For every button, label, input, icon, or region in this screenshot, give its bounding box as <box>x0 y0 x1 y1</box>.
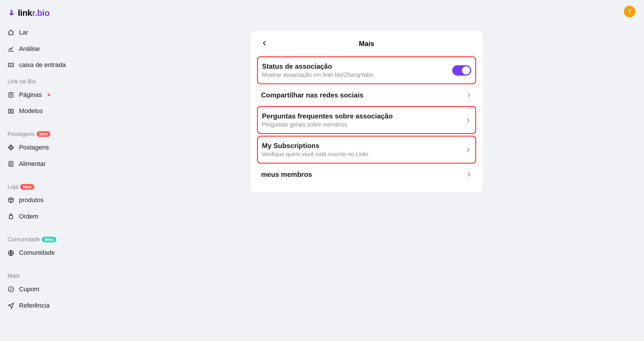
svg-point-2 <box>10 65 10 65</box>
posts-icon <box>7 144 14 151</box>
row-title: meus membros <box>261 170 466 179</box>
badge-beta: Beta <box>42 237 56 242</box>
section-loja-label: Loja <box>7 183 18 190</box>
row-subtitle: Perguntas gerais sobre membros. <box>262 121 465 128</box>
section-linknabio: Link na Bio <box>3 74 86 87</box>
nav-templates[interactable]: Modelos <box>3 103 86 119</box>
settings-card: Mais Status de associação Mostrar associ… <box>251 31 482 192</box>
notification-dot <box>48 94 50 96</box>
row-title: Compartilhar nas redes sociais <box>261 91 466 99</box>
nav-feed-label: Alimentar <box>19 160 46 168</box>
logo-icon <box>7 9 16 17</box>
nav-home-label: Lar <box>19 28 28 37</box>
section-loja: Loja New <box>3 179 86 192</box>
sidebar: linkr.bio Lar Análise caixa de entrada L… <box>0 0 89 341</box>
chevron-right-icon <box>465 117 471 123</box>
nav-referral[interactable]: Referência <box>3 298 86 314</box>
row-subtitle: Mostrar associação em linkr.bio/ZhangYab… <box>262 72 452 78</box>
inbox-icon <box>7 62 14 68</box>
nav-pages[interactable]: Páginas <box>3 87 86 103</box>
pages-icon <box>7 91 14 98</box>
home-icon <box>7 29 14 36</box>
row-my-members[interactable]: meus membros <box>257 165 476 184</box>
svg-point-7 <box>8 146 14 149</box>
row-content: Status de associação Mostrar associação … <box>262 62 452 78</box>
section-postagens-label: Postagens <box>7 131 35 137</box>
nav-analytics-label: Análise <box>19 45 40 53</box>
svg-point-0 <box>11 10 13 12</box>
coupon-icon <box>7 286 14 293</box>
section-mais-label: Mais <box>7 273 20 279</box>
card-title: Mais <box>359 40 374 48</box>
order-icon <box>7 213 14 220</box>
chevron-right-icon <box>466 92 472 98</box>
nav-posts[interactable]: Postagens <box>3 140 86 156</box>
svg-point-3 <box>12 65 12 65</box>
membership-toggle[interactable] <box>452 65 471 76</box>
logo-text: linkr.bio <box>18 8 50 18</box>
avatar-letter: Y <box>628 8 632 15</box>
section-postagens: Postagens New <box>3 126 86 139</box>
back-button[interactable] <box>261 40 268 48</box>
chevron-right-icon <box>465 147 471 153</box>
section-linknabio-label: Link na Bio <box>7 78 36 85</box>
divider <box>7 175 82 175</box>
nav-referral-label: Referência <box>19 302 49 310</box>
row-content: My Subscriptions Verifique quem você est… <box>262 142 465 158</box>
nav-posts-label: Postagens <box>19 143 49 152</box>
svg-rect-1 <box>8 63 14 67</box>
templates-icon <box>7 108 14 115</box>
avatar[interactable]: Y <box>624 6 635 17</box>
card-body: Status de associação Mostrar associação … <box>251 52 482 189</box>
nav-order[interactable]: Ordem <box>3 209 86 225</box>
nav-order-label: Ordem <box>19 212 38 221</box>
main: Mais Status de associação Mostrar associ… <box>89 0 644 341</box>
chevron-left-icon <box>261 40 268 47</box>
nav-home[interactable]: Lar <box>3 25 86 41</box>
nav-analytics[interactable]: Análise <box>3 41 86 57</box>
svg-point-8 <box>10 145 12 150</box>
badge-new: New <box>20 184 34 190</box>
section-comunidade-label: Comunidade <box>7 236 40 243</box>
nav-community[interactable]: Comunidade <box>3 245 86 261</box>
nav-coupon[interactable]: Cupom <box>3 281 86 297</box>
row-faq[interactable]: Perguntas frequentes sobre associação Pe… <box>257 106 476 134</box>
nav-feed[interactable]: Alimentar <box>3 156 86 172</box>
feed-icon <box>7 160 14 167</box>
row-title: Status de associação <box>262 62 452 70</box>
svg-rect-10 <box>9 215 13 219</box>
svg-rect-5 <box>9 109 10 113</box>
products-icon <box>7 197 14 204</box>
nav-inbox[interactable]: caixa de entrada <box>3 57 86 73</box>
divider <box>7 264 82 265</box>
nav-community-label: Comunidade <box>19 249 55 257</box>
analytics-icon <box>7 45 14 52</box>
row-membership-status[interactable]: Status de associação Mostrar associação … <box>257 56 476 84</box>
row-title: My Subscriptions <box>262 142 465 150</box>
row-content: Compartilhar nas redes sociais <box>261 91 466 99</box>
card-header: Mais <box>251 34 482 52</box>
divider <box>7 122 82 123</box>
svg-rect-6 <box>12 109 13 113</box>
referral-icon <box>7 302 14 309</box>
nav-coupon-label: Cupom <box>19 285 39 294</box>
chevron-right-icon <box>466 171 472 178</box>
row-subtitle: Verifique quem você está inscrito no Lin… <box>262 151 465 158</box>
nav-templates-label: Modelos <box>19 107 43 115</box>
nav-inbox-label: caixa de entrada <box>19 61 66 69</box>
row-my-subscriptions[interactable]: My Subscriptions Verifique quem você est… <box>257 136 476 164</box>
nav-products[interactable]: produtos <box>3 192 86 208</box>
badge-new: New <box>37 131 51 137</box>
section-mais: Mais <box>3 268 86 281</box>
row-title: Perguntas frequentes sobre associação <box>262 112 465 120</box>
nav-pages-label: Páginas <box>19 91 42 99</box>
row-share-social[interactable]: Compartilhar nas redes sociais <box>257 86 476 104</box>
community-icon <box>7 250 14 256</box>
row-content: Perguntas frequentes sobre associação Pe… <box>262 112 465 128</box>
section-comunidade: Comunidade Beta <box>3 231 86 244</box>
row-content: meus membros <box>261 170 466 179</box>
divider <box>7 228 82 228</box>
logo[interactable]: linkr.bio <box>3 6 86 20</box>
nav-products-label: produtos <box>19 196 44 204</box>
